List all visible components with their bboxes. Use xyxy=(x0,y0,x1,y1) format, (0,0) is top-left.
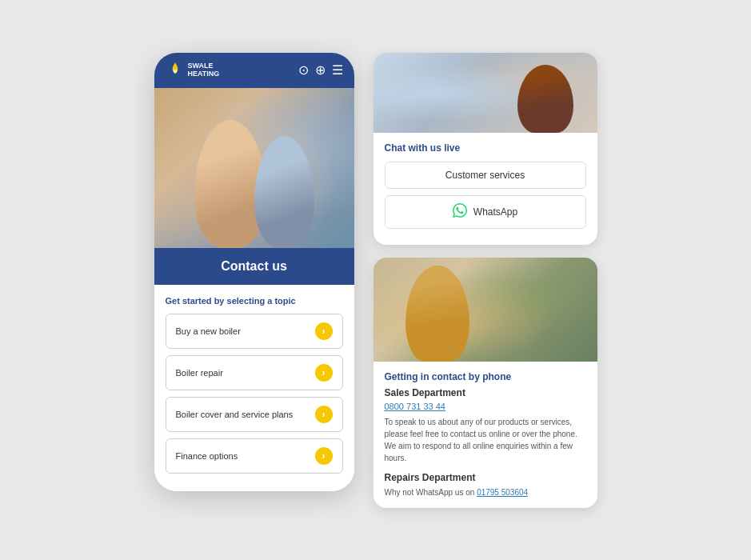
hero-image xyxy=(154,88,354,248)
right-panel: Chat with us live Customer services What… xyxy=(374,53,597,508)
repairs-title: Repairs Department xyxy=(385,472,586,483)
topic-arrow-finance: › xyxy=(315,447,333,465)
phone-contact-card: Getting in contact by phone Sales Depart… xyxy=(374,258,597,508)
chat-card: Chat with us live Customer services What… xyxy=(374,53,597,245)
chat-hero-image xyxy=(374,53,597,133)
topic-arrow-buy-boiler: › xyxy=(315,322,333,340)
topic-btn-buy-boiler[interactable]: Buy a new boiler › xyxy=(166,314,343,349)
flame-icon xyxy=(166,61,185,80)
phone-section-title: Getting in contact by phone xyxy=(385,371,586,382)
topic-arrow-boiler-repair: › xyxy=(315,364,333,382)
topic-label: Get started by selecting a topic xyxy=(166,296,343,306)
whatsapp-icon xyxy=(453,203,467,221)
contact-title-bar: Contact us xyxy=(154,248,354,285)
topic-btn-boiler-repair-label: Boiler repair xyxy=(176,368,223,378)
phone-header: SWALE HEATING ⊙ ⊕ ☰ xyxy=(154,53,354,88)
repairs-desc: Why not WhatsApp us on 01795 503604 xyxy=(385,486,586,498)
whatsapp-button[interactable]: WhatsApp xyxy=(385,195,586,229)
phone-left-mockup: SWALE HEATING ⊙ ⊕ ☰ Contact us Get st xyxy=(154,53,354,491)
call-center-image xyxy=(374,258,597,362)
topic-btn-finance[interactable]: Finance options › xyxy=(166,438,343,474)
search-icon[interactable]: ⊕ xyxy=(315,62,326,78)
logo-area: SWALE HEATING xyxy=(166,61,220,80)
topic-btn-boiler-cover-label: Boiler cover and service plans xyxy=(176,410,294,419)
sales-desc: To speak to us about any of our products… xyxy=(385,416,586,464)
logo-text: SWALE HEATING xyxy=(188,62,220,78)
menu-icon[interactable]: ☰ xyxy=(332,62,343,78)
topic-btn-boiler-cover[interactable]: Boiler cover and service plans › xyxy=(166,397,343,432)
user-icon[interactable]: ⊙ xyxy=(298,62,309,78)
topic-btn-buy-boiler-label: Buy a new boiler xyxy=(176,326,241,336)
screen-container: SWALE HEATING ⊙ ⊕ ☰ Contact us Get st xyxy=(106,21,645,540)
header-icons: ⊙ ⊕ ☰ xyxy=(298,62,343,78)
topic-btn-finance-label: Finance options xyxy=(176,451,238,461)
phone-body: Get started by selecting a topic Buy a n… xyxy=(154,285,354,491)
topic-arrow-boiler-cover: › xyxy=(315,406,333,423)
sales-dept-title: Sales Department xyxy=(385,387,586,398)
customer-services-label: Customer services xyxy=(445,170,525,181)
customer-services-button[interactable]: Customer services xyxy=(385,162,586,189)
phone-content: Getting in contact by phone Sales Depart… xyxy=(374,362,597,508)
repairs-desc-text: Why not WhatsApp us on xyxy=(385,488,477,497)
contact-title: Contact us xyxy=(221,259,287,273)
chat-live-label: Chat with us live xyxy=(385,142,586,154)
topic-btn-boiler-repair[interactable]: Boiler repair › xyxy=(166,355,343,390)
sales-phone-link[interactable]: 0800 731 33 44 xyxy=(385,402,586,411)
chat-content: Chat with us live Customer services What… xyxy=(374,133,597,245)
whatsapp-label: WhatsApp xyxy=(473,206,517,218)
repairs-phone-link[interactable]: 01795 503604 xyxy=(477,488,528,497)
